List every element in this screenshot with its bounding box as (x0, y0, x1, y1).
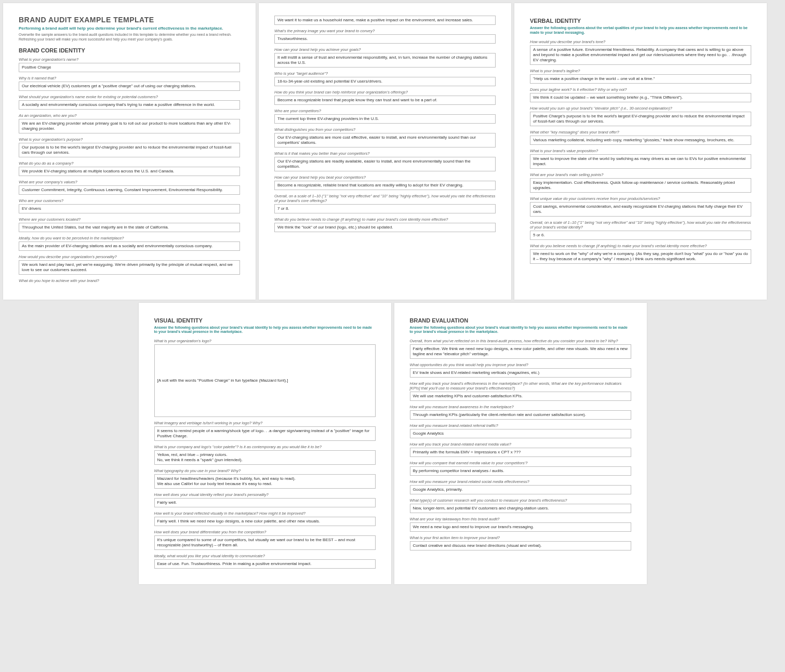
p3-question: What unique value do your customers rece… (530, 196, 751, 201)
core-answer[interactable]: Our electrical vehicle (EV) customers ge… (19, 82, 240, 91)
p5-question: What is your first action item to improv… (410, 535, 631, 540)
p3-question: What do you believe needs to change (if … (530, 244, 751, 248)
core-question: What is your organization's purpose? (19, 137, 240, 142)
p3-question: How would you sum up your brand's "eleva… (530, 106, 751, 111)
core-question: Who are your customers? (19, 198, 240, 203)
p5-answer[interactable]: EV trade shows and EV-related marketing … (410, 368, 631, 378)
core-question: What do you do as a company? (19, 161, 240, 166)
core-answer[interactable]: Throughout the United States, but the va… (19, 223, 240, 232)
page-row-2: VISUAL IDENTITY Answer the following que… (3, 303, 782, 585)
page-1: BRAND AUDIT EXAMPLE TEMPLATE Performing … (3, 3, 256, 300)
p4-answer[interactable]: [A volt with the words "Positive Charge"… (154, 344, 376, 417)
core-question: Overall, on a scale of 1–10 ("1" being "… (274, 194, 496, 203)
core-answer[interactable]: A socially and environmentally conscious… (19, 100, 240, 110)
p4-question: Ideally, what would you like your visual… (154, 554, 376, 558)
core-question: What distinguishes you from your competi… (274, 127, 496, 132)
p3-question: What other "key messaging" does your bra… (530, 130, 751, 135)
core-answer[interactable]: Become a recognizable, reliable brand th… (274, 181, 496, 190)
page-3: VERBAL IDENTITY Answer the following que… (514, 3, 767, 300)
p5-question: What opportunities do you think would he… (410, 362, 631, 367)
core-question: What is your organization's name? (19, 57, 240, 62)
p4-answer[interactable]: Ease of use. Fun. Trustworthiness. Pride… (154, 559, 376, 569)
p5-answer[interactable]: Primarily with the formula EMV = Impress… (410, 448, 631, 457)
p5-question: How will you measure brand-related refer… (410, 423, 631, 428)
p3-answer[interactable]: We want to improve the state of the worl… (530, 154, 751, 169)
section-eval-sub: Answer the following questions about you… (410, 326, 631, 335)
p5-question: What are your key takeaways from this br… (410, 517, 631, 521)
page-5: BRAND EVALUATION Answer the following qu… (394, 303, 647, 585)
p3-answer[interactable]: 5 or 6. (530, 231, 751, 240)
core-answer[interactable]: Positive Charge (19, 63, 240, 72)
core-answer[interactable]: 7 or 8. (274, 204, 496, 213)
p5-question: How will you measure your brand-related … (410, 479, 631, 484)
core-question: What should your organization's name evo… (19, 95, 240, 99)
core-answer[interactable]: Customer Commitment, Integrity, Continuo… (19, 185, 240, 195)
p5-question: Overall, from what you've reflected on i… (410, 339, 631, 343)
p5-question: How will you compare that earned media v… (410, 461, 631, 465)
core-answer[interactable]: We work hard and play hard, yet we're ea… (19, 260, 240, 275)
core-question: Who are your competitors? (274, 109, 496, 113)
doc-subtitle: Performing a brand audit will help you d… (19, 26, 240, 31)
p3-answer[interactable]: "Help us make a positive change in the w… (530, 74, 751, 84)
core-answer[interactable]: 18-to-34-year-old existing and potential… (274, 77, 496, 86)
p4-question: What is your organization's logo? (154, 339, 376, 343)
p3-answer[interactable]: Positive Charge's purpose is to be the w… (530, 112, 751, 126)
core-answer[interactable]: We provide EV-charging stations at multi… (19, 167, 240, 176)
p4-answer[interactable]: Mazzard for headlines/headers (because i… (154, 474, 376, 489)
p5-answer[interactable]: We will use marketing KPIs and customer-… (410, 392, 631, 401)
core-answer[interactable]: We are an EV-charging provider whose pri… (19, 119, 240, 133)
p3-answer[interactable]: A sense of a positive future. Environmen… (530, 45, 751, 65)
section-verbal-title: VERBAL IDENTITY (530, 18, 751, 24)
p5-answer[interactable]: Google Analytics, primarily. (410, 485, 631, 494)
p4-question: How well does your brand differentiate y… (154, 530, 376, 534)
p4-question: What is your company and logo's "color p… (154, 445, 376, 449)
doc-title: BRAND AUDIT EXAMPLE TEMPLATE (19, 16, 240, 24)
page-2: We want it to make us a household name, … (259, 3, 511, 300)
p5-answer[interactable]: Google Analytics (410, 429, 631, 438)
core-question: Where are your customers located? (19, 217, 240, 222)
core-answer[interactable]: Become a recognizable brand that people … (274, 96, 496, 105)
core-answer[interactable]: We think the "look" of our brand (logo, … (274, 223, 496, 232)
p3-answer[interactable]: We need to work on the "why" of why we'r… (530, 249, 751, 264)
core-answer[interactable]: The current top three EV-charging provid… (274, 114, 496, 124)
p3-answer[interactable]: Cost savings, environmental consideratio… (530, 202, 751, 217)
core-answer[interactable]: EV drivers (19, 204, 240, 213)
core-question: What is it that makes you better than yo… (274, 151, 496, 156)
section-visual-title: VISUAL IDENTITY (154, 317, 376, 324)
p3-answer[interactable]: Easy implementation. Cost effectiveness.… (530, 178, 751, 193)
p4-answer[interactable]: It seems to remind people of a warning/s… (154, 426, 376, 441)
p5-answer[interactable]: We need a new logo and need to improve o… (410, 522, 631, 532)
p4-answer[interactable]: Yellow, red, and blue – primary colors. … (154, 450, 376, 465)
p5-answer[interactable]: Fairly effective. We think we need new l… (410, 344, 631, 359)
core-answer[interactable]: Trustworthiness. (274, 34, 496, 44)
core-answer[interactable]: Our EV-charging stations are more cost e… (274, 133, 496, 147)
core-answer[interactable]: As the main provider of EV-charging stat… (19, 241, 240, 251)
core-question: How can your brand help you beat your co… (274, 175, 496, 180)
p3-question: Does your tagline work? Is it effective?… (530, 87, 751, 92)
p5-question: How will you track your brand's effectiv… (410, 381, 631, 391)
p4-answer[interactable]: Fairly well. I think we need new logo de… (154, 517, 376, 526)
p4-question: How well is your brand reflected visuall… (154, 511, 376, 516)
core-question: What are your company's values? (19, 180, 240, 184)
p5-question: How will you track your brand-related ea… (410, 442, 631, 447)
p5-answer[interactable]: Contact creative and discuss new brand d… (410, 541, 631, 550)
p5-answer[interactable]: By performing competitor brand analyses … (410, 466, 631, 476)
core-question: What's the primary image you want your b… (274, 29, 496, 33)
core-question: Why is it named that? (19, 76, 240, 80)
p5-answer[interactable]: New, longer-term, and potential EV custo… (410, 504, 631, 513)
p3-question: How would you describe your brand's tone… (530, 39, 751, 44)
section-visual-sub: Answer the following questions about you… (154, 326, 376, 335)
p3-answer[interactable]: Various marketing collateral, including … (530, 136, 751, 145)
core-question: How can your brand help you achieve your… (274, 47, 496, 52)
p4-question: How well does your visual identity refle… (154, 492, 376, 497)
core-answer[interactable]: It will instill a sense of trust and env… (274, 53, 496, 68)
core-answer[interactable]: We want it to make us a household name, … (274, 16, 496, 25)
core-question: What do you hope to achieve with your br… (19, 278, 240, 283)
p3-answer[interactable]: We think it could be updated – we want s… (530, 93, 751, 102)
section-eval-title: BRAND EVALUATION (410, 317, 631, 324)
p5-answer[interactable]: Through marketing KPIs (particularly the… (410, 410, 631, 420)
p4-answer[interactable]: Fairly well. (154, 498, 376, 507)
core-answer[interactable]: Our EV-charging stations are readily ava… (274, 157, 496, 171)
p4-answer[interactable]: It's unique compared to some of our comp… (154, 535, 376, 550)
core-answer[interactable]: Our purpose is to be the world's largest… (19, 143, 240, 157)
